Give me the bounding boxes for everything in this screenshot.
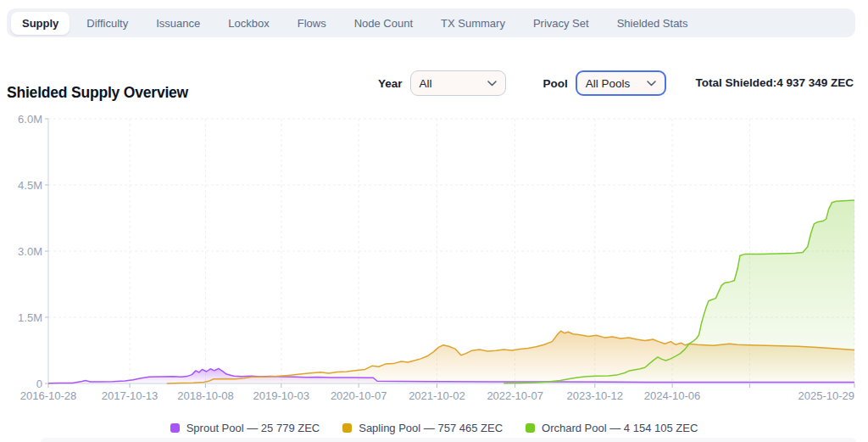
pool-select[interactable]: All Pools: [576, 70, 666, 96]
y-axis-label: 3.0M: [18, 245, 42, 258]
legend-swatch-icon: [342, 423, 352, 433]
year-filter-label: Year: [378, 77, 403, 90]
y-axis-label: 6.0M: [18, 113, 42, 126]
tab-lockbox[interactable]: Lockbox: [217, 12, 280, 35]
tab-shielded-stats[interactable]: Shielded Stats: [606, 12, 699, 35]
tab-node-count[interactable]: Node Count: [343, 12, 424, 35]
next-section-edge: [41, 438, 856, 442]
page-title: Shielded Supply Overview: [7, 84, 188, 102]
total-shielded-value: 4 937 349 ZEC: [776, 76, 854, 89]
tab-privacy-set[interactable]: Privacy Set: [522, 12, 600, 35]
tab-issuance[interactable]: Issuance: [145, 12, 211, 35]
tab-flows[interactable]: Flows: [287, 12, 337, 35]
legend-item[interactable]: Orchard Pool — 4 154 105 ZEC: [526, 422, 698, 434]
y-axis-label: 4.5M: [18, 179, 42, 192]
x-axis-label: 2020-10-07: [331, 389, 387, 402]
x-axis-label: 2016-10-28: [20, 389, 77, 402]
tab-supply[interactable]: Supply: [11, 12, 70, 35]
tab-tx-summary[interactable]: TX Summary: [430, 12, 516, 35]
legend-label: Sprout Pool — 25 779 ZEC: [186, 422, 320, 434]
total-shielded: Total Shielded:4 937 349 ZEC: [695, 76, 854, 89]
filter-controls: Year All Pool All Pools: [378, 70, 666, 96]
y-axis-label: 0: [36, 378, 42, 390]
x-axis-label: 2021-10-02: [409, 389, 465, 402]
x-axis-label: 2024-10-06: [644, 389, 701, 402]
total-shielded-label: Total Shielded:: [695, 76, 776, 89]
chart-legend: Sprout Pool — 25 779 ZECSapling Pool — 7…: [0, 422, 868, 434]
legend-item[interactable]: Sprout Pool — 25 779 ZEC: [170, 422, 320, 434]
pool-select-value: All Pools: [586, 77, 631, 90]
legend-swatch-icon: [170, 423, 180, 433]
x-axis-label: 2018-10-08: [177, 389, 234, 402]
legend-label: Orchard Pool — 4 154 105 ZEC: [542, 422, 698, 434]
pool-filter-label: Pool: [543, 77, 568, 90]
chart-svg: 01.5M3.0M4.5M6.0M2016-10-282017-10-13201…: [0, 109, 861, 404]
year-select[interactable]: All: [410, 70, 506, 96]
y-axis-label: 1.5M: [18, 311, 42, 324]
shielded-supply-chart[interactable]: 01.5M3.0M4.5M6.0M2016-10-282017-10-13201…: [0, 109, 861, 404]
year-select-value: All: [420, 77, 432, 90]
legend-item[interactable]: Sapling Pool — 757 465 ZEC: [342, 422, 503, 434]
x-axis-label: 2017-10-13: [102, 389, 159, 402]
tab-bar: SupplyDifficultyIssuanceLockboxFlowsNode…: [7, 8, 855, 37]
x-axis-label: 2019-10-03: [253, 389, 310, 402]
legend-label: Sapling Pool — 757 465 ZEC: [359, 422, 503, 434]
chevron-down-icon: [647, 81, 656, 87]
x-axis-label: 2022-10-07: [487, 389, 543, 402]
x-axis-label: 2025-10-29: [798, 389, 855, 402]
x-axis-label: 2023-10-12: [567, 389, 624, 402]
tab-difficulty[interactable]: Difficulty: [75, 12, 139, 35]
legend-swatch-icon: [526, 423, 535, 433]
chevron-down-icon: [487, 81, 497, 87]
